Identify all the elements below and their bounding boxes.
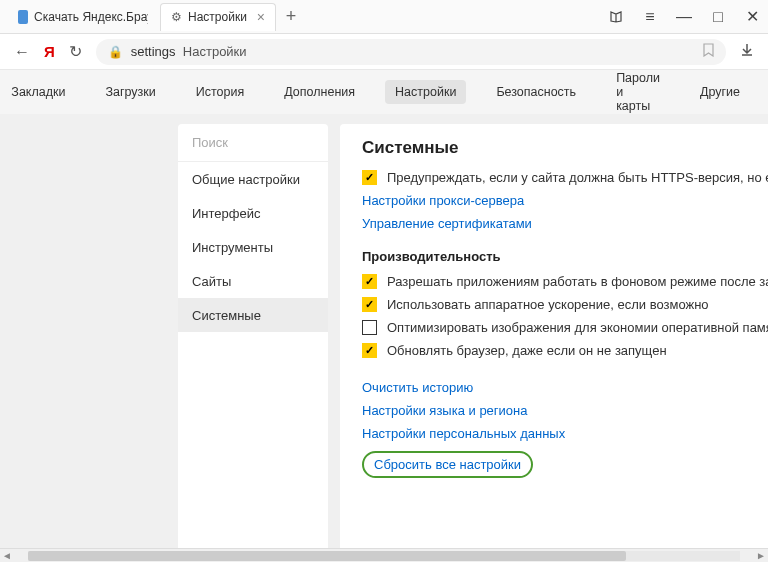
scroll-thumb[interactable] — [28, 551, 626, 561]
link-certificates[interactable]: Управление сертификатами — [362, 216, 768, 231]
link-personal-data[interactable]: Настройки персональных данных — [362, 426, 768, 441]
menu-icon[interactable]: ≡ — [642, 8, 658, 26]
nav-bookmarks[interactable]: Закладки — [1, 80, 75, 104]
yandex-logo[interactable]: Я — [44, 43, 55, 60]
link-proxy[interactable]: Настройки прокси-сервера — [362, 193, 768, 208]
link-lang-region[interactable]: Настройки языка и региона — [362, 403, 768, 418]
nav-other[interactable]: Другие — [690, 80, 750, 104]
perf-title: Производительность — [362, 249, 768, 264]
tab-download[interactable]: Скачать Яндекс.Браузер д... — [8, 3, 158, 31]
tab-settings[interactable]: ⚙ Настройки × — [160, 3, 276, 31]
bookmark-icon[interactable] — [703, 43, 714, 60]
settings-nav: Закладки Загрузки История Дополнения Нас… — [0, 70, 768, 114]
address-input[interactable]: 🔒 settings Настройки — [96, 39, 726, 65]
tab-label: Скачать Яндекс.Браузер д... — [34, 10, 148, 24]
checkbox-update-bg[interactable]: ✓ — [362, 343, 377, 358]
tab-label: Настройки — [188, 10, 247, 24]
nav-history[interactable]: История — [186, 80, 254, 104]
label-update-bg: Обновлять браузер, даже если он не запущ… — [387, 343, 667, 358]
close-icon[interactable]: × — [257, 9, 265, 25]
label-https-warn: Предупреждать, если у сайта должна быть … — [387, 170, 768, 185]
close-button[interactable]: ✕ — [744, 7, 760, 26]
nav-security[interactable]: Безопасность — [486, 80, 586, 104]
nav-addons[interactable]: Дополнения — [274, 80, 365, 104]
checkbox-hw-accel[interactable]: ✓ — [362, 297, 377, 312]
scroll-left-arrow[interactable]: ◄ — [0, 550, 14, 561]
maximize-button[interactable]: □ — [710, 8, 726, 26]
app-icon — [18, 10, 28, 24]
sidebar-item-sites[interactable]: Сайты — [178, 264, 328, 298]
nav-downloads[interactable]: Загрузки — [95, 80, 165, 104]
addr-path: settings — [131, 44, 176, 59]
horizontal-scrollbar[interactable]: ◄ ► — [0, 548, 768, 562]
address-bar: ← Я ↻ 🔒 settings Настройки — [0, 34, 768, 70]
main-panel: Системные ✓ Предупреждать, если у сайта … — [340, 124, 768, 562]
sidebar-item-general[interactable]: Общие настройки — [178, 162, 328, 196]
sidebar-item-system[interactable]: Системные — [178, 298, 328, 332]
label-bg-apps: Разрешать приложениям работать в фоновом… — [387, 274, 768, 289]
checkbox-optimize-img[interactable] — [362, 320, 377, 335]
reload-button[interactable]: ↻ — [69, 42, 82, 61]
scroll-right-arrow[interactable]: ► — [754, 550, 768, 561]
minimize-button[interactable]: — — [676, 8, 692, 26]
nav-passwords[interactable]: Пароли и карты — [606, 66, 670, 118]
checkbox-https-warn[interactable]: ✓ — [362, 170, 377, 185]
checkbox-bg-apps[interactable]: ✓ — [362, 274, 377, 289]
gear-icon: ⚙ — [171, 10, 182, 24]
downloads-button[interactable] — [740, 43, 754, 61]
new-tab-button[interactable]: + — [278, 4, 304, 30]
link-reset-all[interactable]: Сбросить все настройки — [362, 451, 533, 478]
nav-settings[interactable]: Настройки — [385, 80, 466, 104]
reader-icon[interactable] — [608, 10, 624, 24]
lock-icon: 🔒 — [108, 45, 123, 59]
sidebar-item-interface[interactable]: Интерфейс — [178, 196, 328, 230]
scroll-track[interactable] — [28, 551, 740, 561]
titlebar: Скачать Яндекс.Браузер д... ⚙ Настройки … — [0, 0, 768, 34]
label-hw-accel: Использовать аппаратное ускорение, если … — [387, 297, 709, 312]
search-input[interactable]: Поиск — [178, 124, 328, 162]
label-optimize-img: Оптимизировать изображения для экономии … — [387, 320, 768, 335]
sidebar-item-tools[interactable]: Инструменты — [178, 230, 328, 264]
section-title: Системные — [362, 138, 768, 158]
link-clear-history[interactable]: Очистить историю — [362, 380, 768, 395]
sidebar: Поиск Общие настройки Интерфейс Инструме… — [178, 124, 328, 562]
addr-title: Настройки — [183, 44, 247, 59]
back-button[interactable]: ← — [14, 43, 30, 61]
